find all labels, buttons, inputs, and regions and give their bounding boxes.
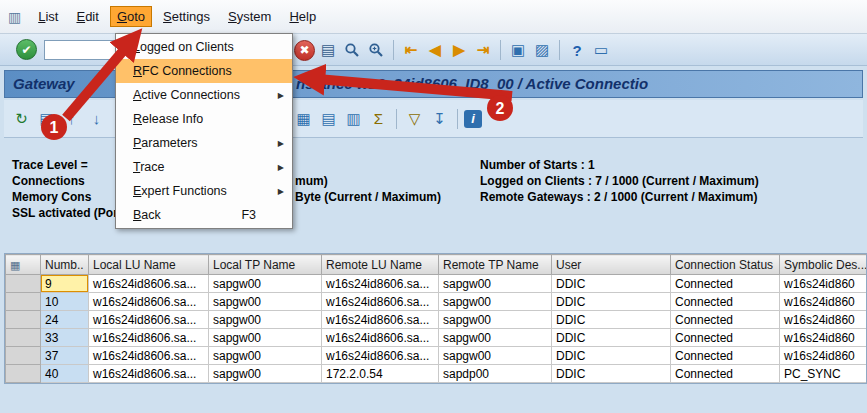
cell-local-tp[interactable]: sapgw00 [209, 275, 322, 293]
menubar-item-list[interactable]: List [31, 6, 65, 27]
column-icon[interactable]: ▥ [342, 107, 365, 130]
row-selector[interactable] [6, 329, 41, 347]
cell-remote-lu[interactable]: w16s24id8606.sa... [322, 347, 439, 365]
col-header-local-lu-name[interactable]: Local LU Name [89, 255, 209, 275]
cell-remote-lu[interactable]: w16s24id8606.sa... [322, 329, 439, 347]
col-header-connection-status[interactable]: Connection Status [671, 255, 780, 275]
row-selector[interactable] [6, 275, 41, 293]
cell-local-lu[interactable]: w16s24id8606.sa... [89, 365, 209, 383]
cell-number[interactable]: 9 [41, 275, 89, 293]
menu-item-logged-on-clients[interactable]: Logged on Clients [116, 35, 292, 59]
row-selector[interactable] [6, 347, 41, 365]
menu-item-back[interactable]: Back F3 [116, 203, 292, 227]
cell-local-tp[interactable]: sapgw00 [209, 329, 322, 347]
select-all-header[interactable]: ▦ [6, 255, 41, 275]
col-header-number[interactable]: Numb.. [41, 255, 89, 275]
col-header-symbolic-dest[interactable]: Symbolic Des... [780, 255, 867, 275]
col-header-local-tp-name[interactable]: Local TP Name [209, 255, 322, 275]
cancel-icon[interactable]: ✖ [294, 40, 315, 61]
cell-number[interactable]: 40 [41, 365, 89, 383]
system-menu-icon[interactable]: ▥ [8, 9, 21, 25]
col-header-user[interactable]: User [552, 255, 671, 275]
sort-ascending-icon[interactable]: ↑ [60, 107, 83, 130]
row-selector[interactable] [6, 293, 41, 311]
cell-user[interactable]: DDIC [552, 365, 671, 383]
export-icon[interactable]: ↧ [428, 107, 451, 130]
menubar-item-goto[interactable]: Goto [110, 6, 152, 27]
new-session-icon[interactable]: ▣ [507, 39, 529, 61]
cell-remote-tp[interactable]: sapdp00 [439, 365, 552, 383]
print-icon[interactable]: ▤ [317, 39, 339, 61]
menu-item-trace[interactable]: Trace ▶ [116, 155, 292, 179]
page-up-icon[interactable]: ◀ [424, 39, 446, 61]
cell-local-tp[interactable]: sapgw00 [209, 347, 322, 365]
info-icon[interactable]: i [464, 110, 482, 128]
cell-local-lu[interactable]: w16s24id8606.sa... [89, 329, 209, 347]
cell-remote-tp[interactable]: sapgw00 [439, 347, 552, 365]
cell-user[interactable]: DDIC [552, 329, 671, 347]
layout-menu-icon[interactable]: ▭ [590, 39, 612, 61]
cell-remote-lu[interactable]: 172.2.0.54 [322, 365, 439, 383]
total-icon[interactable]: Σ [367, 107, 390, 130]
print-list-icon[interactable]: ▤ [35, 107, 58, 130]
filter-icon[interactable]: ▽ [403, 107, 426, 130]
cell-status[interactable]: Connected [671, 329, 780, 347]
find-icon[interactable] [341, 39, 363, 61]
cell-remote-lu[interactable]: w16s24id8606.sa... [322, 293, 439, 311]
row-selector[interactable] [6, 311, 41, 329]
cell-local-lu[interactable]: w16s24id8606.sa... [89, 293, 209, 311]
cell-symbolic[interactable]: w16s24id860 [780, 329, 867, 347]
cell-remote-tp[interactable]: sapgw00 [439, 311, 552, 329]
enter-icon[interactable]: ✔ [16, 39, 37, 60]
cell-local-tp[interactable]: sapgw00 [209, 293, 322, 311]
cell-symbolic[interactable]: w16s24id860 [780, 275, 867, 293]
last-page-icon[interactable]: ⇥ [472, 39, 494, 61]
cell-number[interactable]: 24 [41, 311, 89, 329]
create-shortcut-icon[interactable]: ▨ [531, 39, 553, 61]
detail-icon[interactable]: ▤ [317, 107, 340, 130]
cell-status[interactable]: Connected [671, 311, 780, 329]
menu-item-active-connections[interactable]: Active Connections ▶ [116, 83, 292, 107]
cell-remote-tp[interactable]: sapgw00 [439, 293, 552, 311]
cell-number[interactable]: 37 [41, 347, 89, 365]
menu-item-parameters[interactable]: Parameters ▶ [116, 131, 292, 155]
menu-item-rfc-connections[interactable]: RFC Connections [116, 59, 292, 83]
menu-item-expert-functions[interactable]: Expert Functions ▶ [116, 179, 292, 203]
cell-symbolic[interactable]: PC_SYNC [780, 365, 867, 383]
cell-remote-lu[interactable]: w16s24id8606.sa... [322, 275, 439, 293]
cell-local-lu[interactable]: w16s24id8606.sa... [89, 311, 209, 329]
cell-status[interactable]: Connected [671, 347, 780, 365]
cell-symbolic[interactable]: w16s24id860 [780, 293, 867, 311]
cell-symbolic[interactable]: w16s24id860 [780, 311, 867, 329]
find-next-icon[interactable] [365, 39, 387, 61]
cell-status[interactable]: Connected [671, 275, 780, 293]
cell-local-tp[interactable]: sapgw00 [209, 365, 322, 383]
cell-number[interactable]: 10 [41, 293, 89, 311]
cell-user[interactable]: DDIC [552, 275, 671, 293]
cell-user[interactable]: DDIC [552, 311, 671, 329]
cell-remote-lu[interactable]: w16s24id8606.sa... [322, 311, 439, 329]
row-selector[interactable] [6, 365, 41, 383]
cell-remote-tp[interactable]: sapgw00 [439, 275, 552, 293]
sort-descending-icon[interactable]: ↓ [85, 107, 108, 130]
cell-symbolic[interactable]: w16s24id860 [780, 347, 867, 365]
menubar-item-edit[interactable]: Edit [69, 6, 105, 27]
refresh-icon[interactable]: ↻ [10, 107, 33, 130]
first-page-icon[interactable]: ⇤ [400, 39, 422, 61]
cell-local-tp[interactable]: sapgw00 [209, 311, 322, 329]
cell-user[interactable]: DDIC [552, 293, 671, 311]
cell-local-lu[interactable]: w16s24id8606.sa... [89, 275, 209, 293]
menubar-item-settings[interactable]: Settings [156, 6, 217, 27]
page-down-icon[interactable]: ▶ [448, 39, 470, 61]
menubar-item-system[interactable]: System [221, 6, 278, 27]
help-icon[interactable]: ? [566, 39, 588, 61]
cell-status[interactable]: Connected [671, 293, 780, 311]
col-header-remote-tp-name[interactable]: Remote TP Name [439, 255, 552, 275]
cell-remote-tp[interactable]: sapgw00 [439, 329, 552, 347]
menubar-item-help[interactable]: Help [282, 6, 323, 27]
views-icon[interactable]: ▦ [292, 107, 315, 130]
menu-item-release-info[interactable]: Release Info [116, 107, 292, 131]
cell-local-lu[interactable]: w16s24id8606.sa... [89, 347, 209, 365]
cell-user[interactable]: DDIC [552, 347, 671, 365]
cell-number[interactable]: 33 [41, 329, 89, 347]
